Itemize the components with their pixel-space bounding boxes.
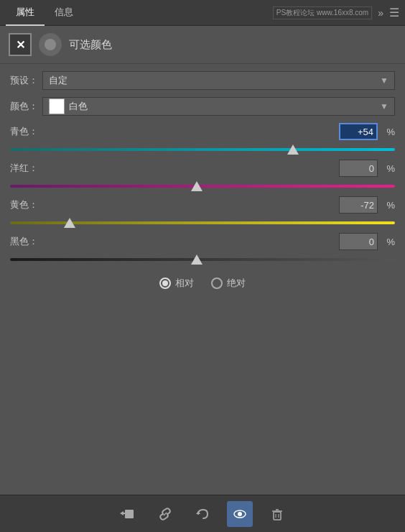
color-chevron: ▼ xyxy=(380,101,388,111)
radio-absolute-label: 绝对 xyxy=(227,277,246,290)
radio-relative[interactable]: 相对 xyxy=(159,277,194,290)
yellow-pct: % xyxy=(381,200,395,211)
delete-button[interactable] xyxy=(264,501,290,527)
header-tabs: 属性 信息 PS教程论坛 www.16xx8.com » ☰ xyxy=(0,0,405,26)
color-label: 颜色： xyxy=(10,100,42,113)
mask-icon xyxy=(120,506,136,522)
yellow-slider-row: 黄色： % xyxy=(10,196,395,214)
cyan-slider-row: 青色： % xyxy=(10,123,395,140)
add-mask-button[interactable] xyxy=(115,501,141,527)
radio-relative-label: 相对 xyxy=(175,277,194,290)
preset-row: 预设： 自定 ▼ xyxy=(10,71,395,90)
cyan-track[interactable] xyxy=(10,142,395,157)
svg-rect-7 xyxy=(274,512,281,520)
svg-rect-0 xyxy=(125,510,134,518)
bottom-toolbar xyxy=(0,495,405,532)
preset-chevron: ▼ xyxy=(380,75,388,86)
cyan-track-fill xyxy=(10,148,395,151)
yellow-label: 黄色： xyxy=(10,198,42,211)
preset-label: 预设： xyxy=(10,74,42,87)
watermark-text: PS教程论坛 www.16xx8.com xyxy=(273,6,372,19)
black-slider-row: 黑色： % xyxy=(10,233,395,250)
cyan-label: 青色： xyxy=(10,125,42,138)
link-icon xyxy=(157,506,173,522)
black-track[interactable] xyxy=(10,252,395,267)
yellow-thumb[interactable] xyxy=(64,218,75,228)
radio-absolute[interactable]: 绝对 xyxy=(211,277,246,290)
eye-icon xyxy=(232,506,248,522)
radio-absolute-circle xyxy=(211,278,223,289)
color-swatch xyxy=(49,98,65,114)
magenta-track-fill xyxy=(10,185,395,188)
eye-button[interactable] xyxy=(227,501,253,527)
magenta-label: 洋红： xyxy=(10,162,42,175)
tab-properties[interactable]: 属性 xyxy=(6,0,45,26)
magenta-track[interactable] xyxy=(10,179,395,193)
tool-title: 可选颜色 xyxy=(69,38,112,52)
magenta-input[interactable] xyxy=(339,160,378,177)
menu-icon[interactable]: ☰ xyxy=(389,6,399,19)
black-pct: % xyxy=(381,237,395,247)
undo-icon xyxy=(195,506,210,522)
cyan-input[interactable] xyxy=(339,123,378,140)
black-input[interactable] xyxy=(339,233,378,250)
cyan-thumb[interactable] xyxy=(287,145,299,155)
color-value: 白色 xyxy=(69,100,88,113)
tab-info[interactable]: 信息 xyxy=(45,0,83,26)
radio-row: 相对 绝对 xyxy=(10,277,395,290)
magenta-thumb[interactable] xyxy=(191,181,202,191)
magenta-slider-row: 洋红： % xyxy=(10,160,395,177)
radio-relative-circle xyxy=(159,278,171,289)
yellow-input[interactable] xyxy=(339,196,378,214)
tool-row: ✕ 可选颜色 xyxy=(0,26,405,64)
black-label: 黑色： xyxy=(10,235,42,248)
cyan-pct: % xyxy=(381,127,395,137)
svg-line-3 xyxy=(164,513,167,515)
black-track-fill xyxy=(10,258,395,261)
double-arrow-icon[interactable]: » xyxy=(378,7,383,19)
sliders-section: 青色： % 洋红： % 黄色： % 黑色： xyxy=(10,123,395,267)
tool-icon-box: ✕ xyxy=(9,33,32,56)
svg-point-6 xyxy=(238,512,242,516)
link-button[interactable] xyxy=(152,501,178,527)
color-row: 颜色： 白色 ▼ xyxy=(10,97,395,116)
trash-icon xyxy=(269,506,285,522)
header-right: PS教程论坛 www.16xx8.com » ☰ xyxy=(273,6,399,19)
svg-rect-2 xyxy=(122,513,125,514)
black-thumb[interactable] xyxy=(191,254,202,265)
color-dropdown[interactable]: 白色 ▼ xyxy=(42,97,395,116)
preset-value: 自定 xyxy=(49,74,68,87)
content-area: 预设： 自定 ▼ 颜色： 白色 ▼ 青色： % 洋红： % xyxy=(0,64,405,303)
magenta-pct: % xyxy=(381,163,395,174)
circle-icon xyxy=(45,39,56,50)
undo-button[interactable] xyxy=(190,501,215,527)
tool-icon-circle xyxy=(39,33,62,56)
yellow-track[interactable] xyxy=(10,216,395,230)
x-icon: ✕ xyxy=(16,38,25,52)
preset-dropdown[interactable]: 自定 ▼ xyxy=(42,71,395,90)
